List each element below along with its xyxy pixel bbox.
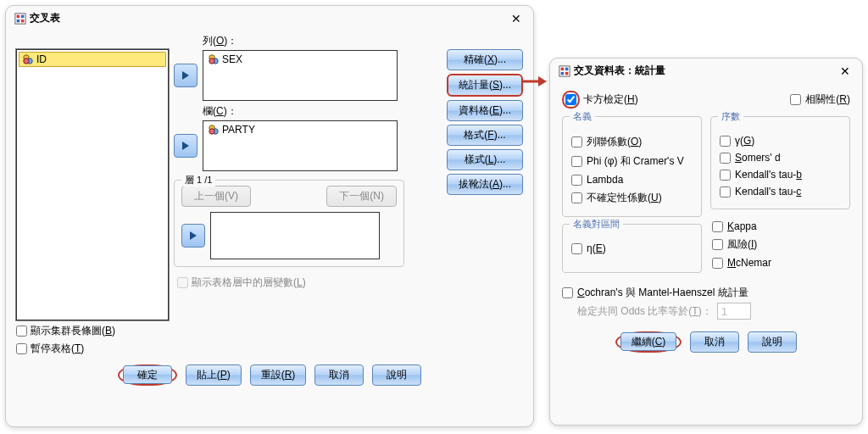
kappa-check[interactable]: Kappa [712,218,850,235]
tau-b-check[interactable]: Kendall's tau-b [720,166,841,183]
ordinal-group: 序數 γ(G) Somers' d Kendall's tau-b [710,116,850,209]
move-to-row-button[interactable] [174,64,198,87]
row-variable: SEX [222,53,242,65]
statistics-title: 交叉資料表：統計量 [574,64,837,78]
scale-variable-icon [22,53,34,65]
close-icon[interactable]: ✕ [837,64,854,78]
chi-square-label: 卡方檢定(H) [583,92,638,107]
crosstabs-body: ID 列(O)： [6,31,533,403]
phi-cramer-check[interactable]: Phi (φ) 和 Cramer's V [571,152,693,171]
ok-highlight-ring: 確定 [118,364,177,386]
svg-point-15 [209,129,214,134]
layer-group: 層 1 /1 上一個(V) 下一個(N) [174,180,404,267]
svg-marker-8 [182,71,189,80]
svg-marker-12 [182,142,189,150]
move-to-layer-button[interactable] [181,224,205,248]
help-button[interactable]: 說明 [372,364,421,386]
risk-check[interactable]: 風險(I) [712,235,850,254]
gamma-check[interactable]: γ(G) [720,132,841,149]
interval-group: 名義對區間 η(E) [562,224,702,273]
cmh-check[interactable]: Cochran's 與 Mantel-Haenszel 統計量 [562,283,850,303]
svg-rect-1 [17,14,20,18]
suppress-tables-check[interactable]: 暫停表格(T) [16,342,523,356]
cancel-button[interactable]: 取消 [314,364,364,386]
show-layer-vars-checkbox [177,277,188,288]
suppress-tables-checkbox[interactable] [16,343,27,354]
lambda-check[interactable]: Lambda [571,171,693,188]
layer-next-button[interactable]: 下一個(N) [326,186,397,207]
exact-button[interactable]: 精確(X)... [447,49,523,70]
row-target-list[interactable]: SEX [203,50,398,101]
col-label: 欄(C)： [203,104,442,119]
svg-rect-2 [21,14,25,18]
statistics-button[interactable]: 統計量(S)... [447,74,523,97]
svg-rect-22 [561,71,565,75]
row-label: 列(O)： [203,34,442,48]
svg-rect-21 [565,67,569,70]
nominal-variable-icon [208,124,220,136]
stats-help-button[interactable]: 說明 [748,331,797,353]
chi-square-checkbox[interactable] [565,94,576,105]
crosstabs-title: 交叉表 [30,11,508,25]
interval-legend: 名義對區間 [570,218,623,231]
svg-rect-20 [561,67,565,70]
clustered-bar-check[interactable]: 顯示集群長條圖(B) [16,324,523,338]
chi-square-highlight-ring [562,91,580,108]
layer-prev-button[interactable]: 上一個(V) [181,186,251,207]
col-target-list[interactable]: PARTY [203,120,398,171]
show-layer-vars-check: 顯示表格層中的層變數(L) [177,275,442,290]
correlations-checkbox[interactable] [790,94,801,105]
tau-c-check[interactable]: Kendall's tau-c [720,183,841,200]
common-odds-row: 檢定共同 Odds 比率等於(T)： [562,303,850,320]
cells-button[interactable]: 資料格(E)... [447,100,523,121]
nominal-variable-icon [208,53,220,65]
crosstabs-dialog: 交叉表 ✕ ID 列(O)： [5,5,534,427]
spss-icon [14,13,26,25]
variable-id[interactable]: ID [19,52,166,67]
style-button[interactable]: 樣式(L)... [447,149,523,170]
ok-button[interactable]: 確定 [123,365,172,384]
layer-legend: 層 1 /1 [181,174,215,186]
close-icon[interactable]: ✕ [508,12,525,25]
layer-target-list[interactable] [210,212,380,259]
link-arrow-icon [523,75,547,88]
somers-check[interactable]: Somers' d [720,149,841,166]
statistics-dialog: 交叉資料表：統計量 ✕ 卡方檢定(H) 相關性(R) [549,58,863,426]
spss-icon [559,65,570,77]
continue-button[interactable]: 繼續(C) [620,332,677,351]
reset-button[interactable]: 重設(R) [250,364,307,386]
statistics-titlebar: 交叉資料表：統計量 ✕ [550,58,862,83]
mcnemar-check[interactable]: McNemar [712,254,850,271]
svg-marker-16 [190,231,197,240]
continue-highlight-ring: 繼續(C) [615,331,682,353]
move-to-col-button[interactable] [174,134,198,158]
svg-marker-18 [538,76,547,86]
common-odds-input [717,303,751,320]
ordinal-legend: 序數 [718,110,743,123]
eta-check[interactable]: η(E) [571,240,693,257]
col-variable: PARTY [222,124,255,136]
paste-button[interactable]: 貼上(P) [186,364,242,386]
correlations-check[interactable]: 相關性(R) [790,90,850,109]
statistics-body: 卡方檢定(H) 相關性(R) 名義 列聯係數(O) [550,83,862,370]
nominal-group: 名義 列聯係數(O) Phi (φ) 和 Cramer's V Lambda [562,116,702,217]
source-variable-list[interactable]: ID [16,49,169,320]
uncertainty-check[interactable]: 不確定性係數(U) [571,188,693,208]
crosstabs-titlebar: 交叉表 ✕ [6,6,533,31]
svg-point-11 [209,58,214,64]
svg-rect-4 [21,19,25,22]
variable-label: ID [36,53,47,65]
svg-rect-23 [565,71,569,75]
stats-cancel-button[interactable]: 取消 [690,331,739,353]
svg-rect-3 [17,19,20,22]
clustered-bar-checkbox[interactable] [16,326,27,337]
contingency-coeff-check[interactable]: 列聯係數(O) [571,132,693,152]
bootstrap-button[interactable]: 拔靴法(A)... [447,174,523,195]
nominal-legend: 名義 [570,110,595,123]
svg-point-7 [24,58,29,64]
format-button[interactable]: 格式(F)... [447,125,523,146]
